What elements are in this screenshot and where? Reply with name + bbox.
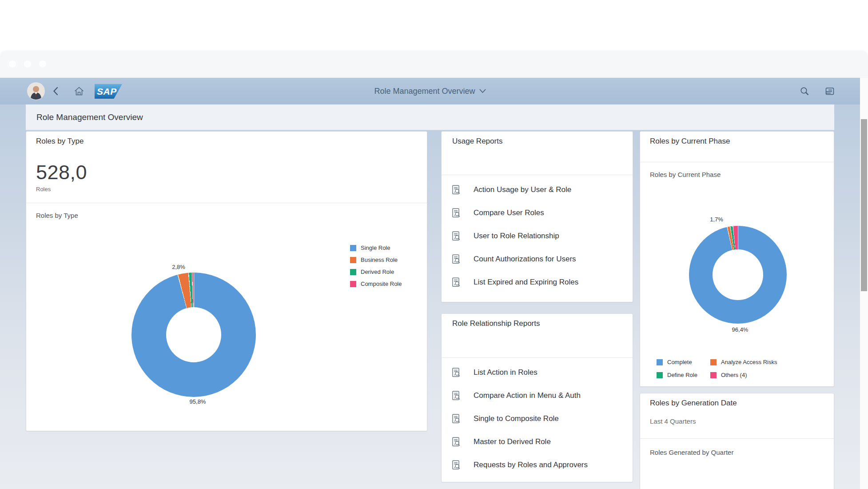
- card-roles-by-generation-date: Roles by Generation Date Last 4 Quarters…: [640, 393, 834, 489]
- legend-label: Analyze Access Risks: [721, 359, 777, 365]
- chart-legend: Complete Analyze Access Risks Define Rol…: [657, 356, 777, 381]
- report-item-label: Single to Composite Role: [474, 414, 559, 423]
- legend-label: Others (4): [721, 372, 747, 378]
- search-document-icon: [450, 230, 462, 242]
- legend-swatch: [350, 269, 356, 275]
- legend-swatch: [657, 359, 663, 365]
- data-label: 1,7%: [703, 216, 730, 223]
- divider: [442, 175, 633, 175]
- scrollbar: [860, 78, 868, 489]
- report-link-compare-action[interactable]: Compare Action in Menu & Auth: [442, 384, 633, 407]
- data-label: 2,8%: [165, 264, 192, 270]
- legend-item: Complete: [657, 356, 710, 369]
- search-document-icon: [450, 367, 462, 378]
- data-label: 96,4%: [727, 326, 753, 333]
- search-document-icon: [450, 459, 462, 471]
- notification-feed-button[interactable]: [824, 86, 836, 96]
- search-button[interactable]: [800, 86, 810, 96]
- chart-subtitle: Roles Generated by Quarter: [650, 449, 733, 456]
- donut-hole: [166, 307, 221, 362]
- report-link-compare-user-roles[interactable]: Compare User Roles: [442, 201, 633, 224]
- window-controls: [9, 60, 46, 68]
- legend-item: Business Role: [350, 254, 402, 266]
- report-item-label: User to Role Relationship: [474, 232, 559, 240]
- report-item-label: Action Usage by User & Role: [474, 185, 571, 194]
- search-document-icon: [450, 390, 462, 401]
- divider: [26, 203, 427, 203]
- legend-label: Business Role: [361, 257, 398, 263]
- report-item-label: Requests by Roles and Approvers: [474, 461, 588, 469]
- card-title: Roles by Generation Date: [650, 399, 737, 408]
- card-role-relationship-reports: Role Relationship Reports List Action in…: [441, 313, 633, 482]
- card-title: Roles by Current Phase: [650, 137, 730, 146]
- legend-swatch: [350, 245, 356, 251]
- card-usage-reports: Usage Reports Action Usage by User & Rol…: [441, 131, 633, 302]
- legend-item: Analyze Access Risks: [710, 356, 777, 369]
- card-title: Role Relationship Reports: [452, 319, 540, 328]
- legend-item: Composite Role: [350, 278, 402, 290]
- kpi-value: 528,0: [36, 161, 87, 184]
- chart-legend: Single Role Business Role Derived Role C…: [350, 242, 402, 290]
- window-control-dot: [39, 60, 46, 68]
- report-item-label: Master to Derived Role: [474, 437, 551, 446]
- chart-subtitle: Roles by Type: [36, 212, 78, 219]
- shell-header: SAP Role Management Overview: [0, 78, 860, 104]
- roles-by-phase-donut-chart[interactable]: [689, 226, 787, 324]
- report-link-master-to-derived[interactable]: Master to Derived Role: [442, 430, 633, 453]
- donut-hole: [713, 249, 763, 300]
- report-link-requests-by-roles[interactable]: Requests by Roles and Approvers: [442, 453, 633, 477]
- scrollbar-thumb[interactable]: [861, 119, 867, 291]
- legend-label: Single Role: [361, 244, 390, 251]
- search-document-icon: [450, 277, 462, 288]
- window-control-dot: [24, 60, 31, 68]
- legend-item: Others (4): [710, 369, 777, 381]
- report-link-expired-roles[interactable]: List Expired and Expiring Roles: [442, 271, 633, 294]
- feed-icon: [824, 86, 836, 96]
- card-title: Roles by Type: [36, 137, 84, 146]
- card-subtitle: Last 4 Quarters: [650, 417, 696, 425]
- report-link-count-authorizations[interactable]: Count Authorizations for Users: [442, 248, 633, 271]
- search-document-icon: [450, 207, 462, 219]
- chart-subtitle: Roles by Current Phase: [650, 171, 721, 178]
- legend-label: Derived Role: [361, 269, 394, 275]
- report-item-label: Count Authorizations for Users: [474, 255, 576, 264]
- legend-label: Composite Role: [361, 281, 402, 287]
- report-item-label: List Action in Roles: [474, 368, 538, 377]
- report-list: List Action in Roles Compare Action in M…: [442, 361, 633, 477]
- legend-label: Complete: [667, 359, 692, 365]
- legend-swatch: [710, 359, 717, 365]
- card-roles-by-current-phase: Roles by Current Phase Roles by Current …: [640, 131, 834, 387]
- divider: [442, 357, 633, 358]
- legend-item: Define Role: [657, 369, 710, 381]
- divider: [640, 162, 834, 162]
- legend-label: Define Role: [667, 372, 697, 378]
- report-link-single-to-composite[interactable]: Single to Composite Role: [442, 407, 633, 430]
- app-title-menu[interactable]: Role Management Overview: [0, 78, 860, 104]
- report-item-label: Compare User Roles: [474, 208, 544, 217]
- card-title: Usage Reports: [452, 137, 502, 146]
- legend-item: Derived Role: [350, 266, 402, 278]
- shell-title: Role Management Overview: [374, 87, 475, 96]
- legend-item: Single Role: [350, 242, 402, 254]
- legend-swatch: [350, 281, 356, 287]
- app-window: SAP Role Management Overview: [0, 51, 868, 489]
- card-roles-by-type: Roles by Type 528,0 Roles Roles by Type …: [26, 131, 427, 431]
- report-list: Action Usage by User & Role Compare User…: [442, 178, 633, 294]
- search-document-icon: [450, 436, 462, 448]
- divider: [640, 438, 834, 439]
- search-document-icon: [450, 413, 462, 425]
- report-link-action-usage[interactable]: Action Usage by User & Role: [442, 178, 633, 201]
- kpi-label: Roles: [36, 186, 51, 192]
- window-control-dot: [9, 60, 16, 68]
- report-link-list-action-in-roles[interactable]: List Action in Roles: [442, 361, 633, 384]
- legend-swatch: [710, 372, 717, 378]
- search-icon: [800, 86, 810, 96]
- report-item-label: List Expired and Expiring Roles: [474, 278, 578, 287]
- legend-swatch: [657, 372, 663, 378]
- search-document-icon: [450, 184, 462, 196]
- data-label: 95,8%: [184, 398, 211, 405]
- chevron-down-icon: [479, 89, 486, 93]
- roles-by-type-donut-chart[interactable]: [131, 273, 256, 397]
- page-title: Role Management Overview: [36, 112, 143, 122]
- report-link-user-to-role[interactable]: User to Role Relationship: [442, 224, 633, 248]
